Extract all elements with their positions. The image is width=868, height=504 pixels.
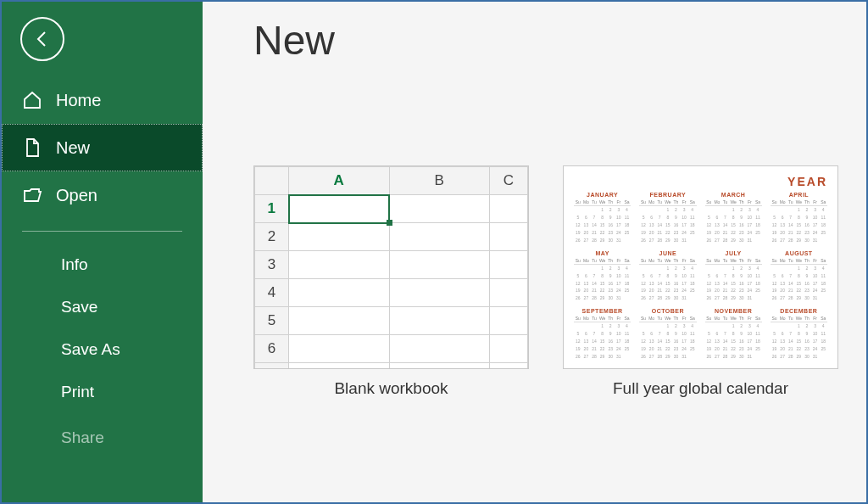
calendar-month-name: SEPTEMBER bbox=[574, 308, 631, 314]
calendar-month-name: AUGUST bbox=[771, 250, 827, 256]
main-content: New A B C 1 2 3 4 5 6 7 bbox=[203, 2, 866, 502]
calendar-month-name: FEBRUARY bbox=[639, 192, 696, 198]
calendar-month: APRILSuMoTuWeThFrSa123456789101112131415… bbox=[771, 192, 827, 245]
template-label: Blank workbook bbox=[334, 379, 448, 398]
document-icon bbox=[22, 137, 42, 158]
sidebar-item-save[interactable]: Save bbox=[2, 286, 203, 328]
sidebar-item-new[interactable]: New bbox=[2, 124, 203, 171]
calendar-year-label: YEAR bbox=[574, 175, 827, 188]
template-label: Full year global calendar bbox=[613, 379, 788, 398]
calendar-month-name: DECEMBER bbox=[771, 308, 827, 314]
template-full-year-calendar[interactable]: YEAR JANUARYSuMoTuWeThFrSa12345678910111… bbox=[563, 165, 838, 398]
calendar-month: OCTOBERSuMoTuWeThFrSa1234567891011121314… bbox=[639, 308, 696, 361]
calendar-month: NOVEMBERSuMoTuWeThFrSa123456789101112131… bbox=[705, 308, 762, 361]
calendar-month-name: MARCH bbox=[705, 192, 762, 198]
sidebar-item-saveas[interactable]: Save As bbox=[2, 328, 203, 371]
calendar-month-name: MAY bbox=[574, 250, 631, 256]
calendar-month-name: OCTOBER bbox=[639, 308, 696, 314]
calendar-month-name: JULY bbox=[705, 250, 762, 256]
folder-open-icon bbox=[22, 185, 42, 205]
calendar-month-name: NOVEMBER bbox=[705, 308, 762, 314]
col-header: C bbox=[490, 167, 528, 195]
row-header: 5 bbox=[255, 307, 289, 335]
col-header: B bbox=[389, 167, 490, 195]
templates-row: A B C 1 2 3 4 5 6 7 Blank workbook Y bbox=[253, 165, 824, 398]
row-header: 7 bbox=[255, 363, 289, 370]
cell-selected bbox=[289, 195, 390, 223]
calendar-month: JUNESuMoTuWeThFrSa1234567891011121314151… bbox=[639, 250, 696, 304]
sidebar-item-open[interactable]: Open bbox=[2, 171, 203, 219]
template-preview: YEAR JANUARYSuMoTuWeThFrSa12345678910111… bbox=[563, 165, 838, 369]
col-header: A bbox=[289, 167, 390, 195]
sidebar-item-label: Open bbox=[56, 186, 97, 205]
back-button[interactable] bbox=[20, 17, 64, 61]
home-icon bbox=[22, 90, 42, 110]
sidebar-item-share[interactable]: Share bbox=[2, 417, 203, 459]
calendar-month: SEPTEMBERSuMoTuWeThFrSa12345678910111213… bbox=[574, 308, 631, 361]
row-header: 1 bbox=[255, 195, 289, 223]
backstage-sidebar: Home New Open Info Save Save As Print Sh… bbox=[2, 2, 203, 502]
calendar-month-name: JUNE bbox=[639, 250, 696, 256]
sidebar-item-info[interactable]: Info bbox=[2, 244, 203, 286]
arrow-left-icon bbox=[32, 29, 53, 49]
calendar-month: MAYSuMoTuWeThFrSa12345678910111213141516… bbox=[574, 250, 631, 304]
calendar-grid: JANUARYSuMoTuWeThFrSa1234567891011121314… bbox=[574, 192, 827, 361]
calendar-month: DECEMBERSuMoTuWeThFrSa123456789101112131… bbox=[771, 308, 827, 361]
template-preview: A B C 1 2 3 4 5 6 7 bbox=[253, 165, 529, 369]
row-header: 6 bbox=[255, 335, 289, 363]
mini-spreadsheet: A B C 1 2 3 4 5 6 7 bbox=[254, 166, 528, 369]
calendar-month-name: APRIL bbox=[771, 192, 827, 198]
sidebar-item-label: New bbox=[56, 138, 90, 158]
calendar-month-name: JANUARY bbox=[574, 192, 631, 198]
sidebar-item-home[interactable]: Home bbox=[2, 76, 203, 124]
calendar-month: JANUARYSuMoTuWeThFrSa1234567891011121314… bbox=[574, 192, 631, 245]
sidebar-item-print[interactable]: Print bbox=[2, 371, 203, 413]
page-title: New bbox=[253, 17, 824, 64]
sidebar-divider bbox=[22, 231, 182, 232]
calendar-month: AUGUSTSuMoTuWeThFrSa12345678910111213141… bbox=[771, 250, 827, 304]
row-header: 3 bbox=[255, 251, 289, 279]
calendar-month: JULYSuMoTuWeThFrSa1234567891011121314151… bbox=[705, 250, 762, 304]
sidebar-item-label: Home bbox=[56, 91, 101, 110]
calendar-month: MARCHSuMoTuWeThFrSa123456789101112131415… bbox=[705, 192, 762, 245]
row-header: 4 bbox=[255, 279, 289, 307]
corner-cell bbox=[255, 167, 289, 195]
template-blank-workbook[interactable]: A B C 1 2 3 4 5 6 7 Blank workbook bbox=[253, 165, 529, 398]
calendar-month: FEBRUARYSuMoTuWeThFrSa123456789101112131… bbox=[639, 192, 696, 245]
row-header: 2 bbox=[255, 223, 289, 251]
